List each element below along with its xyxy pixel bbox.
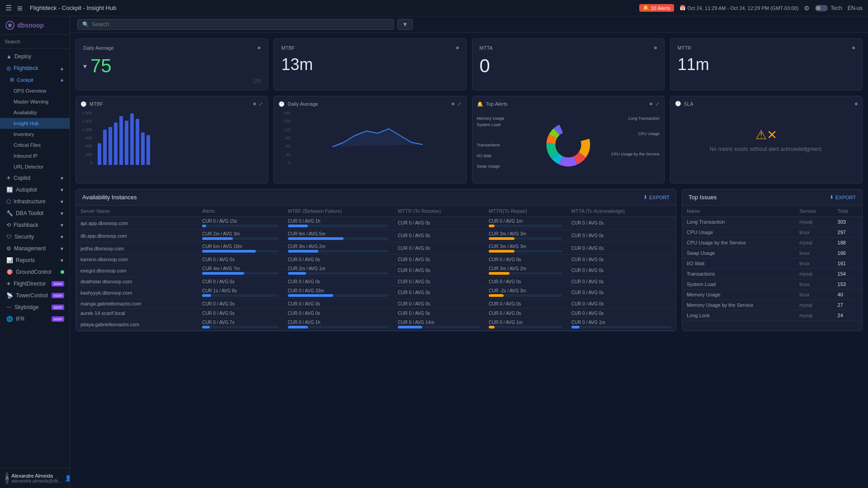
cockpit-label: Cockpit <box>17 77 33 83</box>
mttr-metric: CUR 0 / AVG 14m <box>398 320 480 328</box>
mttr2-cell: CUR 3m / AVG 2m <box>484 264 567 277</box>
security-icon: 🛡 <box>6 234 12 240</box>
issue-service-cell: mysql <box>795 300 833 310</box>
infrastructure-label: Infrastructure <box>14 198 46 205</box>
bar-10 <box>146 135 150 165</box>
mtta-cell: CUR 0 / AVG 0s <box>567 217 676 230</box>
sidebar-item-deploy[interactable]: ▲ Deploy <box>0 51 70 62</box>
mtbf-metric: CUR 0 / AVG 0s <box>288 257 389 262</box>
dba-label: DBA Toolkit <box>16 210 43 216</box>
sidebar-item-autopilot[interactable]: 🔄 Autopilot ▼ <box>0 184 70 196</box>
metric-dot3 <box>654 47 657 49</box>
expand-icon2[interactable]: ⤢ <box>457 101 462 107</box>
sidebar-item-insight-hub[interactable]: Insight Hub <box>0 118 70 129</box>
sidebar-item-ifr[interactable]: 🌐 IFR soon <box>0 313 70 325</box>
issues-export-button[interactable]: ⬇ EXPORT <box>830 194 856 200</box>
chart-dot2 <box>452 103 454 105</box>
mttr-metric: CUR 0 / AVG 0s <box>398 279 480 284</box>
flightdirector-label: FlightDirector <box>14 281 46 287</box>
sidebar-item-cockpit[interactable]: ⊞ Cockpit ▲ <box>0 74 70 85</box>
search-input[interactable] <box>92 21 389 28</box>
grid-icon[interactable]: ⊞ <box>17 5 23 12</box>
alerts-badge[interactable]: 🔔 10 Alerts <box>639 4 674 12</box>
alerts-cell: CUR 0 / AVG 0s <box>198 309 283 318</box>
sidebar-item-ops[interactable]: OPS Overview <box>0 85 70 96</box>
sidebar-item-infrastructure[interactable]: ⬡ Infrastructure ▼ <box>0 196 70 207</box>
table-row: api.app.dbsnoop.com CUR 0 / AVG 15s CUR … <box>76 217 676 230</box>
chart-mtbf: 🕐 MTBF ⤢ 1,8001,5001,2009006003000 <box>75 96 268 183</box>
sidebar-item-availability[interactable]: Availability <box>0 107 70 118</box>
chart-controls4 <box>855 103 858 105</box>
alerts-cell: CUR 6m / AVG 10m <box>198 242 283 255</box>
server-name-cell: jedha.dbsnoop.com <box>76 242 198 255</box>
settings-icon[interactable]: ⚙ <box>804 5 810 12</box>
alerts-metric: CUR 0 / AVG 0s <box>202 257 278 262</box>
server-name-cell: kashyyyk.dbsnoop.com <box>76 286 198 299</box>
sidebar-item-copilot[interactable]: ✈ Copilot ▼ <box>0 172 70 184</box>
user-icon[interactable]: 👤 <box>65 475 70 482</box>
mttr2-metric: CUR 0 / AVG 1m <box>489 219 562 227</box>
security-label: Security <box>14 234 34 240</box>
clock-icon2: 🕐 <box>278 101 285 107</box>
issue-service-cell: mysql <box>795 310 833 321</box>
bar-1 <box>98 143 101 165</box>
sidebar-item-towercontrol[interactable]: 📡 TowerControl soon <box>0 290 70 301</box>
expand-icon3[interactable]: ⤢ <box>655 101 660 107</box>
list-item: Swap Usage linux 166 <box>682 248 862 258</box>
table-row: deathstar.dbsnoop.com CUR 0 / AVG 0s CUR… <box>76 277 676 286</box>
chart-controls3: ⤢ <box>650 101 660 107</box>
mtbf-cell: CUR 0 / AVG 33m <box>283 286 394 299</box>
sidebar-item-critical-files[interactable]: Critical Files <box>0 140 70 150</box>
sidebar-item-groundcontrol[interactable]: 🎯 GroundControl <box>0 266 70 278</box>
chart-header-daily: 🕐 Daily Average ⤢ <box>278 101 461 107</box>
availability-export-button[interactable]: ⬇ EXPORT <box>643 194 670 200</box>
sidebar-item-flightdeck[interactable]: ◎ Flightdeck ▲ <box>0 62 70 74</box>
bar-4 <box>114 122 118 165</box>
sidebar-item-security[interactable]: 🛡 Security ▼ <box>0 231 70 243</box>
search-bar[interactable]: 🔍 <box>77 19 394 30</box>
deploy-label: Deploy <box>14 53 31 60</box>
chevron-down-icon5: ▼ <box>60 223 64 228</box>
soon-badge2: soon <box>52 293 64 298</box>
toggle-switch[interactable] <box>815 5 828 11</box>
issue-service-cell: linux <box>795 227 833 238</box>
sidebar-item-url-detector[interactable]: URL Detector <box>0 161 70 172</box>
calendar-icon: 📅 <box>679 5 686 11</box>
date-range: 📅 Oct 24, 11:29 AM - Oct 24, 12:29 PM (G… <box>679 5 799 11</box>
availability-tbody: api.app.dbsnoop.com CUR 0 / AVG 15s CUR … <box>76 217 676 331</box>
expand-icon[interactable]: ⤢ <box>259 101 263 107</box>
sidebar-item-flightdirector[interactable]: ✈ FlightDirector soon <box>0 278 70 290</box>
sidebar-item-master-warning[interactable]: Master Warning <box>0 96 70 107</box>
sidebar-item-inbound-ip[interactable]: Inbound IP <box>0 150 70 161</box>
chart-header-sla: 🕐 SLA <box>675 101 858 107</box>
sidebar-item-inventory[interactable]: Inventory <box>0 129 70 140</box>
table-row: db.app.dbsnoop.com CUR 2m / AVG 3m CUR 6… <box>76 230 676 242</box>
flashback-icon: ⟲ <box>6 222 11 228</box>
issues-title: Top Issues <box>689 194 717 201</box>
sidebar-item-management[interactable]: ⚙ Management ▼ <box>0 243 70 254</box>
sidebar-item-dba-toolkit[interactable]: 🔧 DBA Toolkit ▼ <box>0 207 70 219</box>
filter-dropdown[interactable]: ▼ <box>397 19 413 30</box>
donut-legend-right: Long Transaction CPU Usage CPU Usage by … <box>611 115 660 157</box>
mttr2-cell: CUR 0 / AVG 0s <box>484 299 567 309</box>
toggle-wrap: Tech <box>815 5 842 11</box>
towercontrol-label: TowerControl <box>16 292 48 299</box>
mtbf-metric: CUR 0 / AVG 1h <box>288 320 389 328</box>
language-selector[interactable]: EN-us <box>848 5 863 11</box>
menu-icon[interactable]: ☰ <box>5 4 12 12</box>
sidebar-item-skybridge[interactable]: ⋯ Skybridge soon <box>0 301 70 313</box>
metric-mtbf: MTBF 13m <box>274 38 466 90</box>
issue-service-cell: mysql <box>795 238 833 248</box>
mttr-cell: CUR 0 / AVG 0s <box>393 309 484 318</box>
user-email: alexandre.almeida@db... <box>11 479 61 483</box>
table-row: jedha.dbsnoop.com CUR 6m / AVG 10m CUR 3… <box>76 242 676 255</box>
sidebar-item-reports[interactable]: 📊 Reports ▼ <box>0 254 70 266</box>
sidebar-item-flashback[interactable]: ⟲ Flashback ▼ <box>0 219 70 231</box>
donut-container: Memory Usage System Load Transactions I/… <box>477 111 660 178</box>
issue-name-cell: CPU Usage by the Service <box>682 238 795 248</box>
ifr-label: IFR <box>16 316 24 322</box>
mttr2-metric: CUR 0 / AVG 1m <box>489 320 562 328</box>
availability-label: Availability <box>14 110 37 115</box>
issues-table: Name Service Total Long Transaction mysq… <box>682 206 862 321</box>
alerts-cell: CUR 0 / AVG 0s <box>198 255 283 264</box>
